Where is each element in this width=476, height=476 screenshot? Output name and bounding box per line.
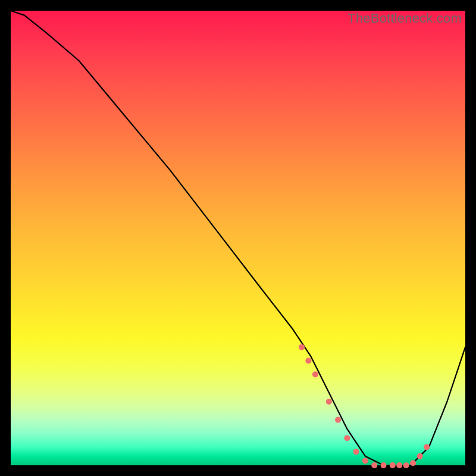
highlight-dot xyxy=(403,462,409,468)
highlight-dot xyxy=(371,462,377,468)
highlight-dot xyxy=(396,462,402,468)
highlight-dot xyxy=(390,462,396,468)
bottleneck-curve xyxy=(11,11,465,465)
highlight-dot xyxy=(335,417,341,423)
highlight-dot xyxy=(312,371,318,377)
watermark-text: TheBottleneck.com xyxy=(347,11,462,26)
highlight-dot xyxy=(305,358,311,364)
highlight-dot xyxy=(424,444,430,450)
highlight-dot xyxy=(410,460,416,466)
highlight-dot xyxy=(326,399,332,405)
highlight-dot xyxy=(353,449,359,455)
highlight-dot xyxy=(344,435,350,441)
highlight-dot xyxy=(362,458,368,464)
highlight-dots-group xyxy=(299,344,430,468)
highlight-dot xyxy=(299,344,305,350)
highlight-dot xyxy=(381,462,387,468)
chart-frame: TheBottleneck.com xyxy=(11,11,465,465)
curve-plot xyxy=(11,11,465,465)
highlight-dot xyxy=(417,453,423,459)
